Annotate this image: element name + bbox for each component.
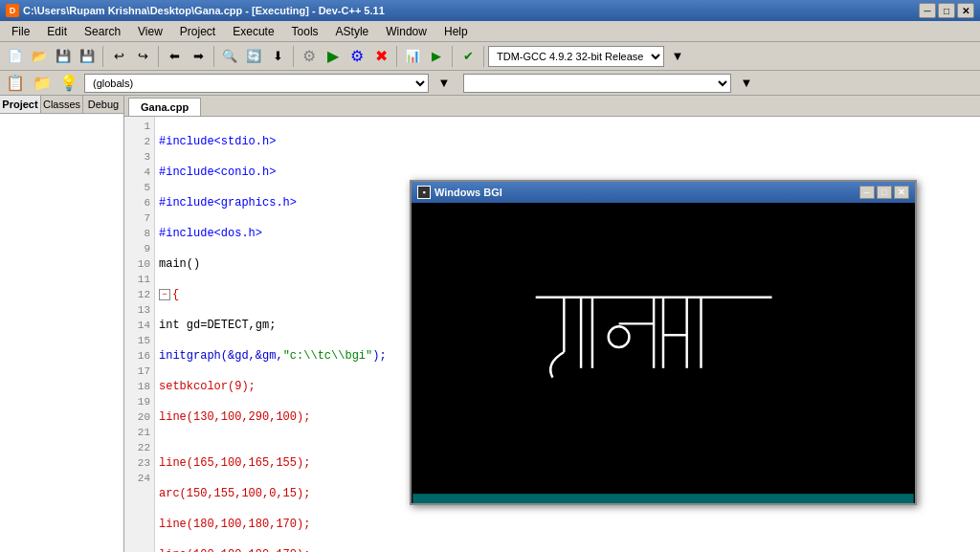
bgi-window: ▪ Windows BGI ─ □ ✕ bbox=[410, 180, 917, 505]
debug-run-button[interactable]: ▶ bbox=[425, 45, 448, 68]
save-button[interactable]: 💾 bbox=[52, 45, 75, 68]
sep2 bbox=[158, 46, 159, 67]
code-line-14: line(180,100,180,170); bbox=[159, 517, 976, 532]
menu-project[interactable]: Project bbox=[172, 23, 223, 40]
compile-toolbar-group: ⚙ ▶ ⚙ ✖ bbox=[298, 45, 392, 68]
replace-button[interactable]: 🔄 bbox=[242, 45, 265, 68]
tb2-btn3[interactable]: 💡 bbox=[57, 72, 80, 95]
edit-toolbar-group: ↩ ↪ bbox=[107, 45, 154, 68]
menu-bar: File Edit Search View Project Execute To… bbox=[0, 21, 980, 42]
main-toolbar: 📄 📂 💾 💾 ↩ ↪ ⬅ ➡ 🔍 🔄 ⬇ ⚙ ▶ ⚙ ✖ 📊 ▶ ✔ TDM-… bbox=[0, 42, 980, 71]
bgi-window-controls: ─ □ ✕ bbox=[859, 186, 909, 199]
search-button[interactable]: 🔍 bbox=[218, 45, 241, 68]
bgi-maximize-btn[interactable]: □ bbox=[877, 186, 892, 199]
undo-button[interactable]: ↩ bbox=[107, 45, 130, 68]
redo-button[interactable]: ↪ bbox=[131, 45, 154, 68]
bgi-close-btn[interactable]: ✕ bbox=[894, 186, 909, 199]
file-toolbar-group: 📄 📂 💾 💾 bbox=[4, 45, 99, 68]
tab-project[interactable]: Project bbox=[0, 96, 41, 113]
line-numbers: 12345 678910 1112131415 1617181920 21222… bbox=[124, 117, 155, 552]
window-controls: ─ □ ✕ bbox=[919, 3, 974, 18]
bgi-title-text: Windows BGI bbox=[434, 187, 502, 198]
left-panel: Project Classes Debug bbox=[0, 96, 124, 552]
code-line-1: #include<stdio.h> bbox=[159, 134, 976, 149]
back-button[interactable]: ⬅ bbox=[163, 45, 186, 68]
sep6 bbox=[452, 46, 453, 67]
menu-tools[interactable]: Tools bbox=[284, 23, 326, 40]
editor-tab-bar: Gana.cpp bbox=[124, 96, 980, 117]
editor-tab-gana[interactable]: Gana.cpp bbox=[128, 98, 201, 116]
code-line-2: #include<conio.h> bbox=[159, 165, 976, 180]
tb2-btn2[interactable]: 📁 bbox=[31, 72, 54, 95]
menu-view[interactable]: View bbox=[130, 23, 170, 40]
sep4 bbox=[293, 46, 294, 67]
maximize-button[interactable]: □ bbox=[938, 3, 955, 18]
menu-search[interactable]: Search bbox=[77, 23, 128, 40]
bgi-minimize-btn[interactable]: ─ bbox=[859, 186, 875, 199]
close-button[interactable]: ✕ bbox=[957, 3, 974, 18]
find-next-button[interactable]: ⬇ bbox=[266, 45, 289, 68]
tab-debug[interactable]: Debug bbox=[83, 96, 123, 113]
menu-execute[interactable]: Execute bbox=[225, 23, 281, 40]
app-icon: D bbox=[6, 4, 19, 17]
stop-button[interactable]: ✖ bbox=[369, 45, 392, 68]
left-tab-bar: Project Classes Debug bbox=[0, 96, 123, 114]
sep7 bbox=[483, 46, 484, 67]
check-toolbar-group: ✔ bbox=[457, 45, 479, 68]
compiler-select[interactable]: TDM-GCC 4.9.2 32-bit Release bbox=[488, 46, 664, 67]
run-button[interactable]: ▶ bbox=[322, 45, 345, 68]
tb2-btn1[interactable]: 📋 bbox=[4, 72, 27, 95]
check-button[interactable]: ✔ bbox=[457, 45, 479, 68]
title-bar: D C:\Users\Rupam Krishna\Desktop\Gana.cp… bbox=[0, 0, 980, 21]
compile-button[interactable]: ⚙ bbox=[298, 45, 321, 68]
save-all-button[interactable]: 💾 bbox=[76, 45, 99, 68]
compile-run-button[interactable]: ⚙ bbox=[345, 45, 368, 68]
open-button[interactable]: 📂 bbox=[28, 45, 51, 68]
scope-dropdown-btn[interactable]: ▼ bbox=[433, 72, 456, 95]
scope-select[interactable]: (globals) bbox=[84, 74, 429, 93]
tab-classes[interactable]: Classes bbox=[41, 96, 83, 113]
nav-toolbar-group: ⬅ ➡ bbox=[163, 45, 210, 68]
main-layout: Project Classes Debug Gana.cpp 12345 678… bbox=[0, 96, 980, 552]
forward-button[interactable]: ➡ bbox=[187, 45, 210, 68]
fold-icon-6[interactable]: − bbox=[159, 289, 170, 300]
debug-button[interactable]: 📊 bbox=[401, 45, 424, 68]
scope-toolbar: 📋 📁 💡 (globals) ▼ ▼ bbox=[0, 71, 980, 96]
sep1 bbox=[102, 46, 103, 67]
sep3 bbox=[213, 46, 214, 67]
svg-rect-11 bbox=[412, 494, 913, 503]
svg-point-4 bbox=[609, 326, 630, 347]
scope-select2[interactable] bbox=[463, 74, 731, 93]
menu-astyle[interactable]: AStyle bbox=[328, 23, 377, 40]
menu-edit[interactable]: Edit bbox=[39, 23, 75, 40]
bgi-canvas bbox=[412, 203, 915, 503]
compiler-dropdown-btn[interactable]: ▼ bbox=[666, 45, 689, 68]
bgi-title-icon: ▪ bbox=[417, 186, 431, 199]
bgi-svg bbox=[412, 203, 915, 503]
bgi-title-bar: ▪ Windows BGI ─ □ ✕ bbox=[412, 182, 915, 203]
new-button[interactable]: 📄 bbox=[4, 45, 27, 68]
debug-toolbar-group: 📊 ▶ bbox=[401, 45, 448, 68]
search-toolbar-group: 🔍 🔄 ⬇ bbox=[218, 45, 289, 68]
sep5 bbox=[396, 46, 397, 67]
code-line-15: line(190,100,190,170); bbox=[159, 547, 976, 552]
scope2-dropdown-btn[interactable]: ▼ bbox=[735, 72, 758, 95]
menu-help[interactable]: Help bbox=[436, 23, 476, 40]
left-panel-content bbox=[0, 114, 123, 552]
menu-file[interactable]: File bbox=[4, 23, 37, 40]
minimize-button[interactable]: ─ bbox=[919, 3, 936, 18]
window-title: C:\Users\Rupam Krishna\Desktop\Gana.cpp … bbox=[23, 5, 385, 16]
menu-window[interactable]: Window bbox=[378, 23, 434, 40]
